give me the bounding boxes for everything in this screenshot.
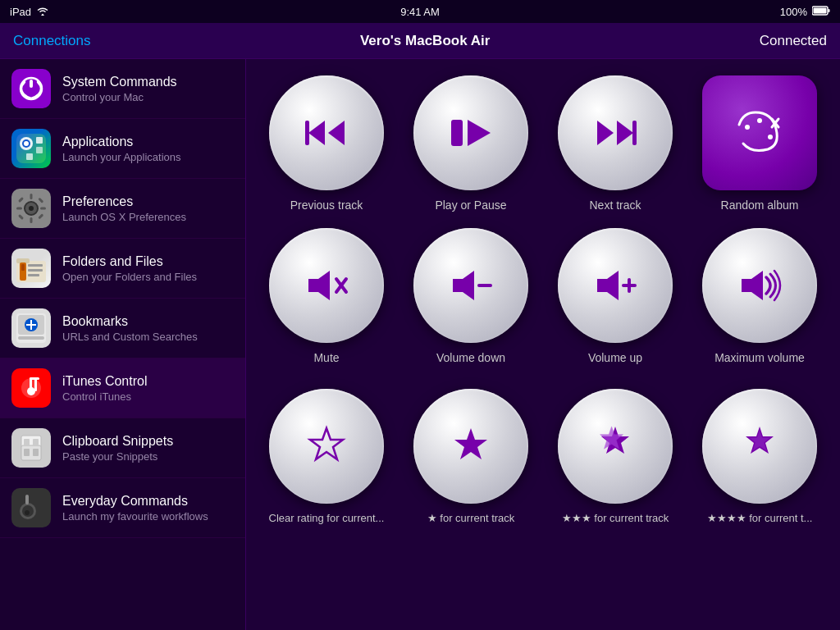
sidebar-subtitle-everyday: Launch my favourite workflows <box>62 510 208 523</box>
star-buttons-grid: Clear rating for current... ★ for curren… <box>262 389 824 524</box>
svg-marker-52 <box>308 121 325 145</box>
svg-rect-54 <box>305 121 309 145</box>
svg-point-63 <box>757 118 762 123</box>
sidebar-item-clipboard[interactable]: Clipboard Snippets Paste your Snippets <box>0 418 245 478</box>
sidebar-title-system: System Commands <box>62 75 177 89</box>
prev-track-button[interactable]: Previous track <box>262 75 390 212</box>
random-album-button[interactable]: Random album <box>696 75 824 212</box>
sidebar-title-folders: Folders and Files <box>62 254 197 269</box>
svg-marker-73 <box>742 271 763 300</box>
svg-rect-9 <box>36 137 43 144</box>
random-album-square[interactable] <box>702 75 817 190</box>
sidebar-item-applications[interactable]: Applications Launch your Applications <box>0 119 245 179</box>
three-stars-button[interactable]: ★★★ for current track <box>551 389 679 524</box>
preferences-icon <box>11 189 51 228</box>
clear-rating-label: Clear rating for current... <box>269 512 385 524</box>
four-stars-circle[interactable] <box>702 389 817 504</box>
status-time: 9:41 AM <box>400 6 440 18</box>
max-vol-button[interactable]: Maximum volume <box>696 228 824 364</box>
system-commands-icon <box>11 69 51 108</box>
vol-up-circle[interactable] <box>558 228 673 343</box>
battery-label: 100% <box>780 6 807 18</box>
one-star-label: ★ for current track <box>427 512 515 524</box>
sidebar-subtitle-itunes: Control iTunes <box>62 390 147 403</box>
svg-point-8 <box>24 141 29 146</box>
play-pause-circle[interactable] <box>413 75 528 190</box>
svg-rect-29 <box>28 274 39 276</box>
svg-marker-75 <box>454 428 487 459</box>
svg-rect-46 <box>24 449 30 456</box>
one-star-circle[interactable] <box>413 389 528 504</box>
status-left: iPad <box>10 6 49 18</box>
three-stars-label: ★★★ for current track <box>562 512 669 524</box>
svg-rect-11 <box>26 153 33 160</box>
everyday-icon <box>11 488 51 527</box>
max-vol-circle[interactable] <box>702 228 817 343</box>
svg-rect-4 <box>30 80 33 88</box>
sidebar-subtitle-system: Control your Mac <box>62 91 177 103</box>
prev-track-label: Previous track <box>290 199 363 212</box>
svg-marker-57 <box>597 121 614 145</box>
clipboard-icon <box>11 428 51 468</box>
sidebar: System Commands Control your Mac <box>0 59 246 630</box>
one-star-button[interactable]: ★ for current track <box>407 389 535 524</box>
connections-button[interactable]: Connections <box>13 33 91 49</box>
svg-rect-40 <box>34 377 37 391</box>
svg-point-14 <box>29 206 34 211</box>
itunes-icon <box>11 368 51 408</box>
media-buttons-grid: Previous track Play or Pause <box>262 75 824 364</box>
next-track-button[interactable]: Next track <box>551 75 679 212</box>
svg-rect-55 <box>451 120 463 146</box>
svg-rect-41 <box>30 377 32 391</box>
sidebar-item-folders[interactable]: Folders and Files Open your Folders and … <box>0 239 245 299</box>
prev-track-circle[interactable] <box>269 75 384 190</box>
vol-up-button[interactable]: Volume up <box>551 228 679 364</box>
sidebar-item-bookmarks[interactable]: Bookmarks URLs and Custom Searches <box>0 299 245 358</box>
four-stars-button[interactable]: ★★★★ for current t... <box>696 389 824 524</box>
svg-marker-58 <box>617 121 633 145</box>
vol-down-circle[interactable] <box>413 228 528 343</box>
svg-marker-70 <box>597 271 619 300</box>
mute-label: Mute <box>313 351 339 364</box>
four-stars-label: ★★★★ for current t... <box>707 512 813 524</box>
mute-button[interactable]: Mute <box>262 228 390 364</box>
sidebar-item-preferences[interactable]: Preferences Launch OS X Preferences <box>0 179 245 239</box>
svg-rect-50 <box>25 495 29 504</box>
clear-rating-button[interactable]: Clear rating for current... <box>262 389 390 524</box>
svg-rect-1 <box>829 9 830 12</box>
clear-rating-circle[interactable] <box>269 389 384 504</box>
sidebar-item-itunes[interactable]: iTunes Control Control iTunes <box>0 358 245 418</box>
bookmarks-icon <box>11 308 51 348</box>
svg-marker-68 <box>453 271 474 300</box>
sidebar-title-apps: Applications <box>62 135 181 149</box>
svg-rect-10 <box>36 147 43 153</box>
svg-point-64 <box>768 135 773 139</box>
sidebar-title-clipboard: Clipboard Snippets <box>62 434 173 449</box>
svg-rect-45 <box>33 439 39 446</box>
max-vol-label: Maximum volume <box>714 351 805 364</box>
svg-rect-33 <box>18 336 44 340</box>
mute-circle[interactable] <box>269 228 384 343</box>
three-stars-circle[interactable] <box>558 389 673 504</box>
sidebar-item-everyday[interactable]: Everyday Commands Launch my favourite wo… <box>0 478 245 538</box>
play-pause-button[interactable]: Play or Pause <box>407 75 535 212</box>
next-track-circle[interactable] <box>558 75 673 190</box>
svg-rect-17 <box>16 208 22 210</box>
random-album-label: Random album <box>721 199 799 212</box>
nav-bar: Connections Vero's MacBook Air Connected <box>0 23 840 59</box>
sidebar-subtitle-apps: Launch your Applications <box>62 151 181 163</box>
vol-down-button[interactable]: Volume down <box>407 228 535 364</box>
svg-marker-53 <box>328 121 345 145</box>
next-track-label: Next track <box>589 199 641 212</box>
sidebar-subtitle-prefs: Launch OS X Preferences <box>62 211 186 223</box>
sidebar-title-everyday: Everyday Commands <box>62 494 208 509</box>
status-right: 100% <box>780 6 830 18</box>
main-layout: System Commands Control your Mac <box>0 59 840 630</box>
svg-marker-56 <box>468 120 491 146</box>
nav-title: Vero's MacBook Air <box>360 33 490 49</box>
sidebar-title-prefs: Preferences <box>62 194 186 209</box>
svg-rect-15 <box>30 194 33 199</box>
sidebar-item-system-commands[interactable]: System Commands Control your Mac <box>0 59 245 119</box>
svg-rect-47 <box>33 449 39 456</box>
play-pause-label: Play or Pause <box>435 199 506 212</box>
